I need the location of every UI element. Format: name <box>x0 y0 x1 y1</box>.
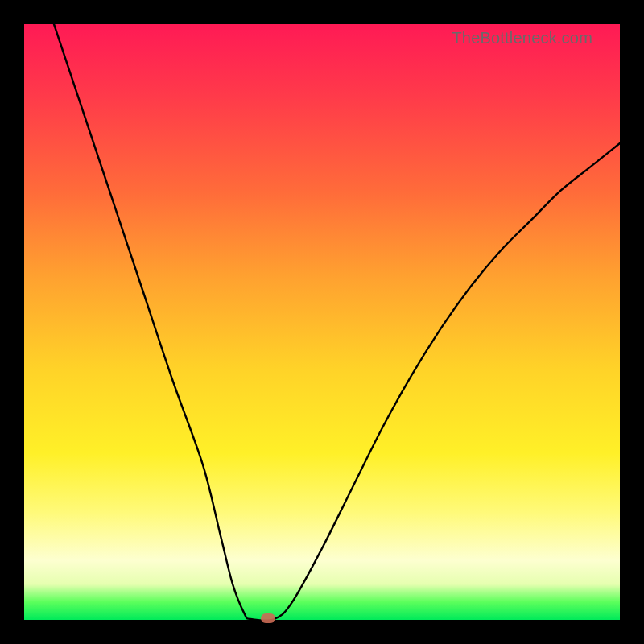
bottleneck-curve <box>24 24 620 620</box>
chart-frame: TheBottleneck.com <box>0 0 644 644</box>
minimum-marker <box>261 613 275 623</box>
plot-area: TheBottleneck.com <box>24 24 620 620</box>
